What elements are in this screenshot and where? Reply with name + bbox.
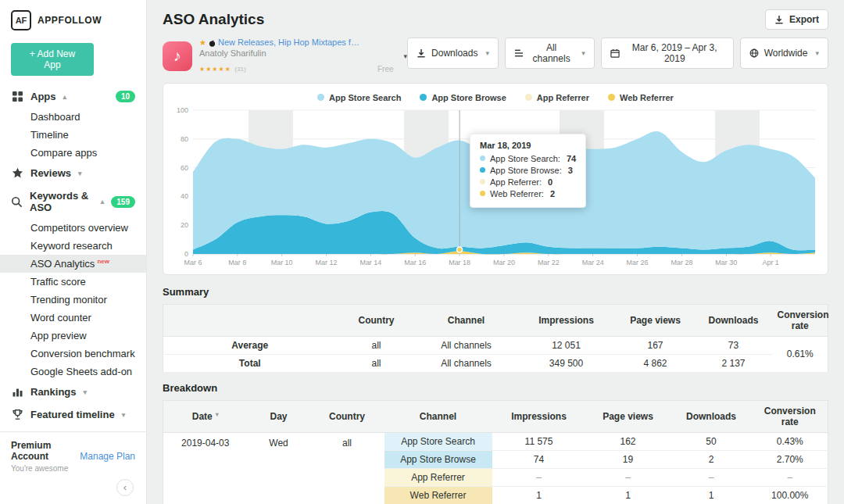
chevron-up-icon: ▴ <box>63 93 67 101</box>
export-button[interactable]: Export <box>765 9 828 30</box>
sidebar-item-integrations[interactable]: Integrations ▾ 16 <box>0 426 146 431</box>
chart-tooltip: Mar 18, 2019 App Store Search:74 App Sto… <box>470 134 586 208</box>
sidebar-item-apps[interactable]: Apps ▴ 10 <box>0 85 146 108</box>
breakdown-heading: Breakdown <box>163 382 828 394</box>
svg-text:60: 60 <box>181 163 188 171</box>
legend-item[interactable]: App Store Browse <box>420 93 506 102</box>
export-label: Export <box>789 14 819 25</box>
column-header: Downloads <box>671 400 753 432</box>
conversion-rate-cell: 2.70% <box>753 450 828 468</box>
sidebar-item-keyword-research[interactable]: Keyword research <box>0 237 146 255</box>
series-dot-icon <box>420 94 427 101</box>
legend-item[interactable]: Web Referrer <box>608 93 674 102</box>
sidebar-item-compare-apps[interactable]: Compare apps <box>0 144 146 162</box>
add-new-app-button[interactable]: + Add New App <box>11 43 94 76</box>
tooltip-date: Mar 18, 2019 <box>480 141 576 150</box>
sidebar-item-keywords-aso[interactable]: Keywords & ASO ▴ 159 <box>0 184 146 219</box>
svg-text:Mar 28: Mar 28 <box>671 258 692 266</box>
sidebar-item-reviews[interactable]: Reviews ▾ <box>0 162 146 184</box>
chevron-down-icon: ▾ <box>78 170 82 177</box>
sidebar-item-competitors-overview[interactable]: Competitors overview <box>0 219 146 237</box>
app-selector[interactable]: ♪ ★ New Releases, Hip Hop Mixtapes fo...… <box>163 38 407 75</box>
sidebar-item-dashboard[interactable]: Dashboard <box>0 108 146 126</box>
column-header: Page views <box>586 400 671 432</box>
svg-text:Mar 10: Mar 10 <box>271 258 293 266</box>
column-header: Conversion rate <box>773 304 828 336</box>
svg-text:Mar 6: Mar 6 <box>184 258 202 266</box>
region-dropdown[interactable]: Worldwide ▾ <box>740 38 828 69</box>
bar-chart-icon <box>11 386 23 398</box>
page-title: ASO Analytics <box>163 11 264 28</box>
legend-item[interactable]: App Referrer <box>525 93 589 102</box>
channels-dropdown[interactable]: All channels ▾ <box>505 38 595 69</box>
summary-cell: all <box>337 336 417 354</box>
metric-dropdown[interactable]: Downloads ▾ <box>407 38 499 69</box>
chevron-down-icon: ▾ <box>84 388 88 396</box>
conversion-rate-cell: – <box>753 468 828 486</box>
column-header-date[interactable]: Date▾ <box>163 400 248 432</box>
metric-label: Downloads <box>431 48 477 59</box>
tooltip-value: 0 <box>548 177 553 187</box>
chevron-down-icon: ▾ <box>122 411 126 419</box>
country-cell: all <box>310 432 384 504</box>
sidebar-item-app-preview[interactable]: App preview <box>0 327 146 345</box>
sidebar-item-label: Keywords & ASO <box>30 190 94 213</box>
impressions-cell: – <box>492 468 586 486</box>
premium-account-title: Premium Account <box>11 440 80 462</box>
channel-cell: Web Referrer <box>384 486 492 504</box>
sidebar-item-label: Rankings <box>30 386 77 398</box>
trophy-icon <box>11 409 23 420</box>
conversion-rate-cell: 100.00% <box>753 486 828 504</box>
star-icon <box>11 167 23 179</box>
sidebar-item-conversion-benchmark[interactable]: Conversion benchmark <box>0 345 146 363</box>
tooltip-label: Web Referrer: <box>490 189 544 198</box>
sidebar-item-timeline[interactable]: Timeline <box>0 126 146 144</box>
chevron-down-icon: ▾ <box>815 49 819 57</box>
sidebar-item-aso-analytics[interactable]: ASO Analyticsnew <box>0 255 146 273</box>
legend-label: App Referrer <box>537 93 589 102</box>
app-name-link[interactable]: New Releases, Hip Hop Mixtapes fo... <box>218 38 363 48</box>
summary-cell: all <box>337 354 417 372</box>
legend-label: App Store Search <box>329 93 401 102</box>
chevron-down-icon: ▾ <box>485 49 489 57</box>
logo-mark: AF <box>11 10 31 30</box>
chevron-down-icon: ▾ <box>581 49 585 57</box>
sort-icon: ▾ <box>216 411 219 418</box>
column-header: Impressions <box>517 304 617 336</box>
page-views-cell: – <box>586 468 671 486</box>
app-icon: ♪ <box>163 41 192 71</box>
tooltip-value: 3 <box>568 166 573 175</box>
sidebar-item-featured-timeline[interactable]: Featured timeline ▾ <box>0 403 146 426</box>
downloads-cell: 1 <box>671 486 753 504</box>
summary-cell: 4 862 <box>617 354 695 372</box>
series-dot-icon <box>525 94 532 101</box>
summary-table: Country Channel Impressions Page views D… <box>163 304 828 373</box>
summary-row-label: Average <box>163 336 337 354</box>
legend-item[interactable]: App Store Search <box>317 93 401 102</box>
sidebar-item-label: Apps <box>30 91 56 102</box>
date-cell: 2019-04-03 <box>163 432 248 504</box>
date-range-picker[interactable]: Mar 6, 2019 – Apr 3, 2019 <box>601 38 734 69</box>
summary-cell: All channels <box>417 336 517 354</box>
manage-plan-link[interactable]: Manage Plan <box>80 451 135 462</box>
sidebar-collapse-button[interactable]: ‹ <box>116 479 134 496</box>
list-icon <box>514 48 524 58</box>
brand-name: APPFOLLOW <box>38 15 102 26</box>
svg-text:Mar 14: Mar 14 <box>359 258 381 266</box>
premium-account-panel: Premium Account You're awesome Manage Pl… <box>0 431 146 477</box>
sidebar-item-label: Featured timeline <box>30 409 115 420</box>
column-header: Day <box>248 400 310 432</box>
svg-text:Mar 30: Mar 30 <box>715 258 737 266</box>
region-label: Worldwide <box>764 48 808 59</box>
chart-legend: App Store SearchApp Store BrowseApp Refe… <box>173 90 818 104</box>
globe-icon <box>749 48 759 58</box>
sidebar-item-word-counter[interactable]: Word counter <box>0 309 146 327</box>
sidebar-item-traffic-score[interactable]: Traffic score <box>0 273 146 291</box>
sidebar-item-trending-monitor[interactable]: Trending monitor <box>0 291 146 309</box>
chevron-up-icon: ▴ <box>101 198 105 206</box>
svg-text:20: 20 <box>181 221 188 229</box>
sidebar-item-google-sheets-addon[interactable]: Google Sheets add-on <box>0 363 146 381</box>
brand-logo[interactable]: AF APPFOLLOW <box>0 0 146 37</box>
page-views-cell: 162 <box>586 432 671 450</box>
sidebar-item-rankings[interactable]: Rankings ▾ <box>0 381 146 403</box>
